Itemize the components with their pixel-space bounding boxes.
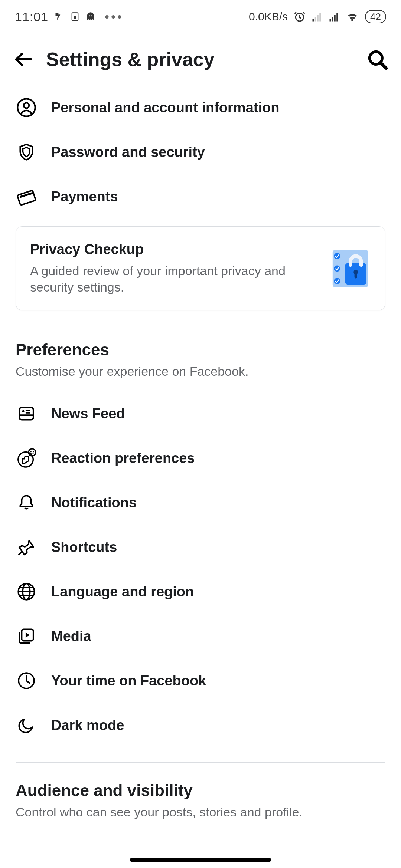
row-label: Reaction preferences <box>51 450 195 466</box>
row-label: Media <box>51 628 91 644</box>
news-feed-icon <box>16 404 36 424</box>
svg-point-22 <box>334 278 340 284</box>
data-rate: 0.0KB/s <box>249 10 288 23</box>
svg-point-2 <box>89 15 90 17</box>
card-icon <box>16 187 36 207</box>
svg-rect-6 <box>315 17 316 22</box>
section-header-audience: Audience and visibility Control who can … <box>0 777 401 832</box>
moon-icon <box>16 715 36 735</box>
status-left: 11:01 ••• <box>15 10 124 24</box>
svg-point-34 <box>33 451 34 452</box>
svg-point-27 <box>22 410 25 412</box>
clock-icon <box>16 671 36 691</box>
row-label: Shortcuts <box>51 539 117 555</box>
svg-rect-11 <box>334 15 336 22</box>
signal-1-icon <box>312 11 323 22</box>
section-divider <box>16 762 385 763</box>
sim-icon <box>70 11 80 22</box>
privacy-checkup-card[interactable]: Privacy Checkup A guided review of your … <box>16 226 385 310</box>
svg-point-21 <box>334 265 340 272</box>
arrow-left-icon <box>13 48 35 70</box>
alarm-icon <box>294 11 306 23</box>
svg-rect-25 <box>355 273 357 278</box>
section-title: Preferences <box>16 341 385 359</box>
app-bar: Settings & privacy <box>0 33 401 85</box>
section-title: Audience and visibility <box>16 781 385 800</box>
row-dark-mode[interactable]: Dark mode <box>0 703 401 747</box>
more-dots-icon: ••• <box>105 10 124 24</box>
sync-icon <box>54 11 65 22</box>
svg-rect-10 <box>332 17 333 22</box>
wifi-icon <box>346 10 359 23</box>
privacy-checkup-illustration-icon <box>326 246 371 291</box>
section-divider <box>16 322 385 322</box>
row-reaction-preferences[interactable]: Reaction preferences <box>0 436 401 480</box>
svg-point-16 <box>24 103 29 108</box>
battery-indicator: 42 <box>365 10 386 23</box>
pin-icon <box>16 537 36 557</box>
search-button[interactable] <box>364 46 391 73</box>
row-label: News Feed <box>51 406 125 422</box>
content: Personal and account information Passwor… <box>0 85 401 832</box>
svg-rect-8 <box>319 13 321 22</box>
row-language-region[interactable]: Language and region <box>0 569 401 614</box>
svg-rect-26 <box>19 408 33 420</box>
row-label: Payments <box>51 189 118 205</box>
svg-line-35 <box>19 552 22 555</box>
svg-rect-7 <box>317 15 319 22</box>
row-label: Dark mode <box>51 717 124 733</box>
row-news-feed[interactable]: News Feed <box>0 391 401 436</box>
ghost-icon <box>85 11 96 22</box>
section-description: Customise your experience on Facebook. <box>16 364 385 379</box>
svg-rect-12 <box>336 13 338 22</box>
card-text: Privacy Checkup A guided review of your … <box>30 241 317 295</box>
status-right: 0.0KB/s 42 <box>249 10 386 23</box>
svg-line-14 <box>381 63 387 68</box>
row-notifications[interactable]: Notifications <box>0 480 401 525</box>
row-your-time[interactable]: Your time on Facebook <box>0 658 401 703</box>
reaction-icon <box>16 448 36 468</box>
bell-icon <box>16 493 36 513</box>
svg-rect-5 <box>313 19 314 22</box>
shield-icon <box>16 142 36 162</box>
card-description: A guided review of your important privac… <box>30 263 317 295</box>
page-title: Settings & privacy <box>46 48 355 70</box>
svg-point-33 <box>30 451 31 452</box>
status-sim-icons <box>54 11 96 22</box>
status-time: 11:01 <box>15 10 48 24</box>
row-label: Language and region <box>51 584 194 600</box>
row-label: Personal and account information <box>51 100 279 116</box>
svg-point-31 <box>18 452 33 467</box>
globe-icon <box>16 582 36 602</box>
row-personal-info[interactable]: Personal and account information <box>0 85 401 130</box>
row-media[interactable]: Media <box>0 614 401 658</box>
person-circle-icon <box>16 98 36 118</box>
row-payments[interactable]: Payments <box>0 174 401 219</box>
row-shortcuts[interactable]: Shortcuts <box>0 525 401 569</box>
row-label: Your time on Facebook <box>51 673 206 689</box>
section-header-preferences: Preferences Customise your experience on… <box>0 337 401 391</box>
row-password-security[interactable]: Password and security <box>0 130 401 174</box>
svg-point-3 <box>91 15 93 17</box>
media-icon <box>16 626 36 646</box>
svg-rect-1 <box>74 16 76 19</box>
svg-rect-17 <box>17 190 36 205</box>
card-title: Privacy Checkup <box>30 241 317 257</box>
row-label: Password and security <box>51 144 205 160</box>
back-button[interactable] <box>10 46 37 73</box>
row-label: Notifications <box>51 495 137 511</box>
signal-2-icon <box>329 11 340 22</box>
svg-rect-9 <box>330 19 331 22</box>
home-indicator[interactable] <box>130 858 271 862</box>
svg-point-20 <box>334 253 340 259</box>
section-description: Control who can see your posts, stories … <box>16 805 385 819</box>
search-icon <box>366 49 388 70</box>
status-bar: 11:01 ••• 0.0KB/s 42 <box>0 0 401 33</box>
